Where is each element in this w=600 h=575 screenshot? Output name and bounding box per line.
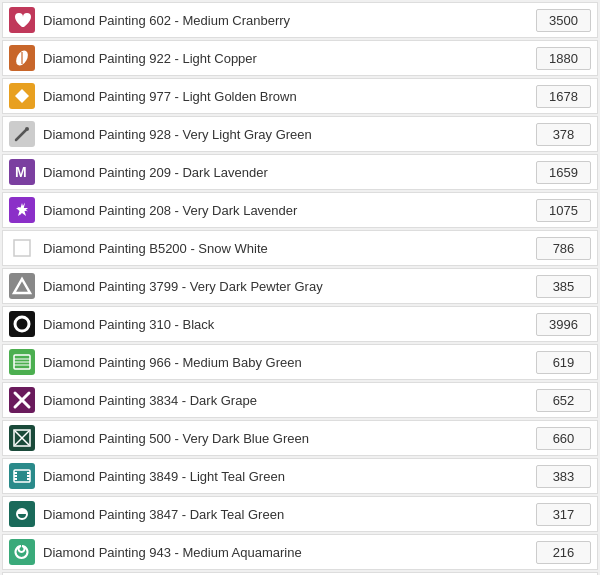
diamond-painting-list: Diamond Painting 602 - Medium Cranberry …	[0, 0, 600, 575]
item-label-3847: Diamond Painting 3847 - Dark Teal Green	[43, 507, 536, 522]
table-row: M Diamond Painting 209 - Dark Lavender 1…	[2, 154, 598, 190]
item-label-928: Diamond Painting 928 - Very Light Gray G…	[43, 127, 536, 142]
table-row: Diamond Painting 3849 - Light Teal Green…	[2, 458, 598, 494]
svg-marker-2	[15, 89, 29, 103]
item-label-310: Diamond Painting 310 - Black	[43, 317, 536, 332]
svg-rect-23	[14, 478, 17, 480]
item-count-943: 216	[536, 541, 591, 564]
svg-rect-8	[14, 240, 30, 256]
table-row: Diamond Painting 943 - Medium Aquamarine…	[2, 534, 598, 570]
item-count-977: 1678	[536, 85, 591, 108]
item-icon-966	[9, 349, 35, 375]
item-label-500: Diamond Painting 500 - Very Dark Blue Gr…	[43, 431, 536, 446]
item-count-3799: 385	[536, 275, 591, 298]
svg-rect-25	[27, 475, 30, 477]
item-count-922: 1880	[536, 47, 591, 70]
item-label-922: Diamond Painting 922 - Light Copper	[43, 51, 536, 66]
item-icon-602	[9, 7, 35, 33]
svg-text:M: M	[15, 164, 27, 180]
table-row: Diamond Painting 966 - Medium Baby Green…	[2, 344, 598, 380]
table-row: Diamond Painting B5200 - Snow White 786	[2, 230, 598, 266]
item-icon-310	[9, 311, 35, 337]
svg-marker-7	[14, 200, 30, 218]
table-row: Diamond Painting 500 - Very Dark Blue Gr…	[2, 420, 598, 456]
item-icon-500	[9, 425, 35, 451]
item-icon-922	[9, 45, 35, 71]
svg-rect-22	[14, 475, 17, 477]
item-count-3849: 383	[536, 465, 591, 488]
table-row: Diamond Painting 310 - Black 3996	[2, 306, 598, 342]
item-count-3834: 652	[536, 389, 591, 412]
item-label-208: Diamond Painting 208 - Very Dark Lavende…	[43, 203, 536, 218]
table-row: Diamond Painting 977 - Light Golden Brow…	[2, 78, 598, 114]
item-label-602: Diamond Painting 602 - Medium Cranberry	[43, 13, 536, 28]
item-icon-3799	[9, 273, 35, 299]
item-icon-3834	[9, 387, 35, 413]
item-count-B5200: 786	[536, 237, 591, 260]
item-icon-943	[9, 539, 35, 565]
item-count-209: 1659	[536, 161, 591, 184]
item-icon-3849	[9, 463, 35, 489]
table-row: Diamond Painting 922 - Light Copper 1880	[2, 40, 598, 76]
item-icon-3847	[9, 501, 35, 527]
svg-rect-24	[27, 472, 30, 474]
item-icon-928	[9, 121, 35, 147]
item-label-3799: Diamond Painting 3799 - Very Dark Pewter…	[43, 279, 536, 294]
svg-marker-9	[14, 279, 30, 293]
item-label-943: Diamond Painting 943 - Medium Aquamarine	[43, 545, 536, 560]
table-row: Diamond Painting 602 - Medium Cranberry …	[2, 2, 598, 38]
svg-line-3	[16, 130, 26, 140]
item-label-966: Diamond Painting 966 - Medium Baby Green	[43, 355, 536, 370]
item-label-3834: Diamond Painting 3834 - Dark Grape	[43, 393, 536, 408]
item-count-966: 619	[536, 351, 591, 374]
table-row: Diamond Painting 928 - Very Light Gray G…	[2, 116, 598, 152]
item-count-208: 1075	[536, 199, 591, 222]
item-label-3849: Diamond Painting 3849 - Light Teal Green	[43, 469, 536, 484]
item-count-310: 3996	[536, 313, 591, 336]
item-count-928: 378	[536, 123, 591, 146]
item-count-500: 660	[536, 427, 591, 450]
item-icon-209: M	[9, 159, 35, 185]
item-count-602: 3500	[536, 9, 591, 32]
item-label-209: Diamond Painting 209 - Dark Lavender	[43, 165, 536, 180]
svg-rect-21	[14, 472, 17, 474]
table-row: Diamond Painting 3847 - Dark Teal Green …	[2, 496, 598, 532]
table-row: Diamond Painting 208 - Very Dark Lavende…	[2, 192, 598, 228]
item-icon-B5200	[9, 235, 35, 261]
table-row: Diamond Painting 3799 - Very Dark Pewter…	[2, 268, 598, 304]
item-icon-208	[9, 197, 35, 223]
item-label-B5200: Diamond Painting B5200 - Snow White	[43, 241, 536, 256]
svg-point-10	[15, 317, 29, 331]
item-count-3847: 317	[536, 503, 591, 526]
item-label-977: Diamond Painting 977 - Light Golden Brow…	[43, 89, 536, 104]
item-icon-977	[9, 83, 35, 109]
table-row: Diamond Painting 3834 - Dark Grape 652	[2, 382, 598, 418]
svg-rect-26	[27, 478, 30, 480]
svg-point-4	[25, 127, 29, 131]
